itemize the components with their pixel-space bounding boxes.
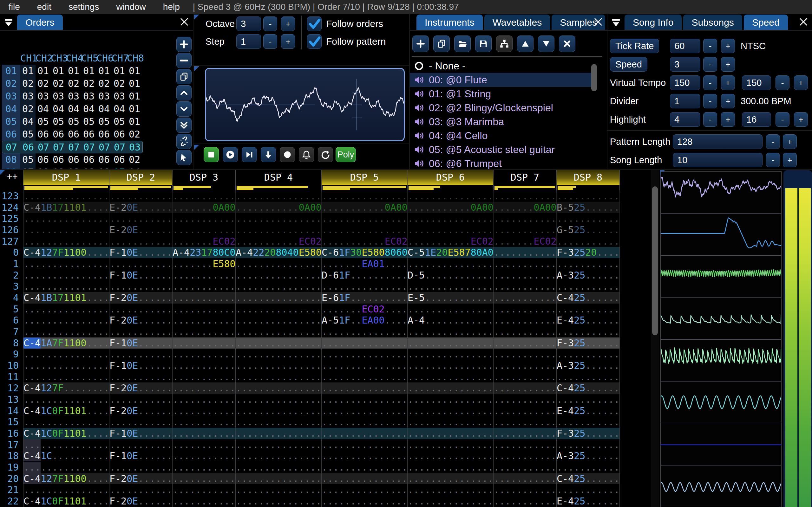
order-cell[interactable]: 05 [36, 115, 51, 128]
pattern-cell[interactable]: A-325...... [557, 450, 620, 462]
order-cell[interactable]: 04 [112, 103, 127, 115]
pattern-cell[interactable]: .......0A00 [172, 202, 236, 213]
instrument-item-5[interactable]: 04: @4 Cello [410, 129, 594, 143]
pattern-cell[interactable]: ............... [322, 281, 408, 292]
order-cell[interactable]: 01 [112, 65, 127, 77]
channel-header-dsp-6[interactable]: DSP 6 [408, 170, 494, 185]
pattern-cell[interactable]: ............... [236, 360, 322, 372]
close-icon[interactable] [179, 16, 190, 27]
pattern-cell[interactable]: ............... [236, 462, 322, 473]
divider-input[interactable]: 1 [670, 94, 700, 108]
order-cell[interactable]: 04 [66, 103, 81, 115]
pattern-cell[interactable]: C-41C0F1101.... [23, 496, 109, 507]
pattern-cell[interactable]: ............... [408, 428, 494, 439]
divider-increment-button[interactable]: + [721, 94, 735, 108]
pattern-cell[interactable]: ........... [557, 258, 620, 270]
pattern-row-14[interactable]: 14C-41C0F1101....F-20E..................… [0, 405, 651, 417]
play-from-cursor-button[interactable] [242, 147, 257, 162]
pattern-cell[interactable]: C-41B171101.... [23, 202, 109, 213]
order-cell[interactable]: 06 [112, 128, 127, 141]
pattern-cell[interactable]: ........... [494, 326, 557, 337]
pattern-row-2[interactable]: 2...............F-10E...................… [0, 270, 651, 281]
pattern-cell[interactable]: A-325...... [557, 270, 620, 281]
pattern-cell[interactable]: ........... [109, 439, 172, 451]
pattern-cell[interactable]: ............... [322, 372, 408, 383]
pattern-cell[interactable]: ........... [172, 337, 236, 349]
pattern-cell[interactable]: ............... [236, 473, 322, 485]
pattern-cell[interactable]: .......0A00 [494, 202, 557, 213]
pattern-cell[interactable]: .......E580 [172, 258, 236, 270]
menu-help[interactable]: help [154, 2, 189, 12]
pattern-cell[interactable]: E-20E...... [109, 224, 172, 236]
pattern-cell[interactable]: ........... [557, 213, 620, 224]
pattern-cell[interactable]: ........... [109, 326, 172, 337]
pattern-cell[interactable]: ............... [236, 258, 322, 270]
pattern-cell[interactable]: ........... [494, 439, 557, 451]
pattern-row-15[interactable]: 15......................................… [0, 416, 651, 428]
copy-button[interactable] [176, 69, 192, 84]
follow-pattern-checkbox[interactable] [307, 34, 322, 49]
order-cell[interactable]: 05 [51, 115, 66, 128]
order-cell[interactable]: 01 [127, 90, 142, 103]
instrument-item-4[interactable]: 03: @3 Marimba [410, 115, 594, 129]
order-cell[interactable]: 01 [20, 65, 36, 77]
delete-x-button[interactable] [559, 36, 575, 52]
master-oscilloscope[interactable] [205, 68, 405, 141]
tab-orders[interactable]: Orders [17, 14, 63, 30]
order-cell[interactable]: 07 [97, 141, 112, 153]
pattern-length-increment-button[interactable]: + [783, 134, 797, 149]
close-icon[interactable] [593, 16, 604, 27]
pattern-cell[interactable]: ............... [322, 462, 408, 473]
pattern-cell[interactable]: ............... [236, 349, 322, 360]
pattern-cell[interactable]: ........... [172, 270, 236, 281]
virtual-tempo-denominator-increment-button[interactable]: + [794, 75, 808, 90]
pattern-cell[interactable]: C-61F30E5808060 [322, 247, 408, 258]
order-cell[interactable]: 02 [127, 153, 142, 166]
pattern-cell[interactable]: ............... [408, 383, 494, 394]
pattern-cell[interactable]: ........... [557, 349, 620, 360]
channel-header-dsp-3[interactable]: DSP 3 [172, 170, 236, 185]
pattern-cell[interactable]: ........... [494, 496, 557, 507]
order-cell[interactable]: 04 [51, 103, 66, 115]
follow-orders-checkbox[interactable] [307, 16, 322, 31]
pattern-cell[interactable]: C-41A7F1100.... [23, 337, 109, 349]
pattern-cell[interactable]: ............... [236, 337, 322, 349]
order-cell[interactable]: 07 [112, 141, 127, 153]
order-cell[interactable]: 06 [36, 153, 51, 166]
channel-header-dsp-5[interactable]: DSP 5 [322, 170, 408, 185]
step-input[interactable]: 1 [236, 34, 261, 49]
save-button[interactable] [475, 36, 492, 52]
order-cell[interactable]: 05 [66, 115, 81, 128]
folder-open-button[interactable] [454, 36, 471, 52]
pattern-cell[interactable]: ............... [23, 190, 109, 202]
pattern-cell[interactable]: ...........EC02 [322, 236, 408, 247]
pattern-cell[interactable]: F-20E...... [109, 405, 172, 417]
pattern-cell[interactable]: ............... [236, 372, 322, 383]
pattern-cell[interactable]: ........... [494, 213, 557, 224]
pattern-row-22[interactable]: 22C-41C0F1101....F-20E..................… [0, 496, 651, 507]
pattern-cell[interactable]: ........... [557, 236, 620, 247]
pattern-cell[interactable]: ........... [494, 372, 557, 383]
pattern-row-21[interactable]: 21......................................… [0, 484, 651, 496]
pattern-cell[interactable]: ........... [172, 462, 236, 473]
pattern-cell[interactable]: ............... [236, 281, 322, 292]
pattern-cell[interactable]: ...........0A00 [408, 202, 494, 213]
order-cell[interactable]: 01 [127, 77, 142, 90]
order-cell[interactable]: 04 [20, 115, 36, 128]
pattern-cell[interactable]: ............... [322, 360, 408, 372]
pattern-cell[interactable]: ........... [494, 360, 557, 372]
minus-button[interactable] [176, 53, 192, 68]
pattern-cell[interactable]: ........... [557, 303, 620, 315]
highlight-2-input[interactable]: 16 [742, 112, 771, 127]
plus-button[interactable] [176, 37, 192, 52]
tab-instruments[interactable]: Instruments [416, 14, 483, 30]
instrument-item-1[interactable]: 00: @0 Flute [410, 73, 594, 87]
tick-rate-decrement-button[interactable]: - [703, 39, 717, 53]
pattern-cell[interactable]: ........... [172, 326, 236, 337]
pattern-row-20[interactable]: 20C-4127F1100....F-20E..................… [0, 473, 651, 485]
pattern-cell[interactable]: ............... [23, 258, 109, 270]
order-cell[interactable]: 02 [127, 128, 142, 141]
order-cell[interactable]: 06 [36, 128, 51, 141]
pattern-cell[interactable]: ............... [23, 360, 109, 372]
pattern-cell[interactable]: E-5............ [408, 292, 494, 303]
